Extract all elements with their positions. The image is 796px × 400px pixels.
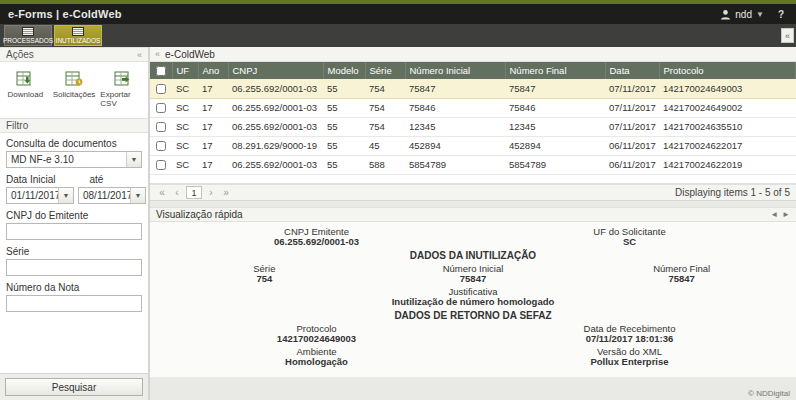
cell-cnpj: 08.291.629/9000-19	[228, 136, 323, 155]
cell-numero-inicial: 12345	[405, 117, 505, 136]
cell-protocolo: 142170024635510	[659, 117, 796, 136]
cell-numero-inicial: 5854789	[405, 155, 505, 174]
cell-protocolo: 142170024622017	[659, 136, 796, 155]
col-header-serie[interactable]: Série	[365, 62, 405, 79]
cell-data: 06/11/2017	[605, 155, 659, 174]
qv-versao-value: Pollux Enterprise	[473, 357, 786, 368]
pesquisar-button[interactable]: Pesquisar	[5, 378, 143, 396]
cell-numero-inicial: 75847	[405, 79, 505, 98]
consulta-documentos-value: MD NF-e 3.10	[7, 154, 126, 165]
table-row[interactable]: SC 17 06.255.692/0001-03 55 754 75846 75…	[150, 98, 796, 117]
row-checkbox[interactable]	[156, 84, 166, 94]
col-header-data[interactable]: Data	[605, 62, 659, 79]
serie-input[interactable]	[6, 259, 142, 276]
qv-serie-value: 754	[160, 274, 369, 285]
sidebar-footer: Pesquisar	[0, 373, 148, 400]
numero-nota-label: Número da Nota	[6, 282, 142, 293]
pagination-bar: « ‹ 1 › » Displaying items 1 - 5 of 5	[150, 184, 796, 201]
cell-data: 07/11/2017	[605, 98, 659, 117]
row-checkbox[interactable]	[156, 160, 166, 170]
table-row[interactable]: SC 17 06.255.692/0001-03 55 754 12345 12…	[150, 117, 796, 136]
cell-modelo: 55	[323, 117, 365, 136]
data-final-picker[interactable]: 08/11/2017 ▼	[78, 187, 146, 204]
select-all-checkbox[interactable]	[156, 66, 166, 76]
cell-modelo: 55	[323, 136, 365, 155]
chevron-down-icon: ▼	[58, 188, 73, 203]
user-icon	[720, 9, 731, 20]
cell-cnpj: 06.255.692/0001-03	[228, 155, 323, 174]
cell-uf: SC	[172, 98, 198, 117]
qv-protocolo-value: 142170024649003	[160, 334, 473, 345]
next-page-button[interactable]: ›	[205, 187, 217, 198]
download-button[interactable]: Download	[2, 67, 49, 112]
help-button[interactable]: ?	[774, 9, 788, 20]
first-page-button[interactable]: «	[156, 187, 168, 198]
chevron-down-icon: ▼	[756, 10, 764, 19]
actions-title: Ações	[6, 49, 34, 60]
col-header-cnpj[interactable]: CNPJ	[228, 62, 323, 79]
tab-processados[interactable]: PROCESSADOS	[4, 25, 52, 46]
cell-data: 06/11/2017	[605, 136, 659, 155]
cell-protocolo: 142170024622019	[659, 155, 796, 174]
sidebar: Ações « Download Solic	[0, 47, 150, 400]
cell-protocolo: 142170024649002	[659, 98, 796, 117]
collapse-header-button[interactable]: «	[781, 28, 794, 43]
export-csv-label: Exportar CSV	[100, 90, 145, 108]
last-page-button[interactable]: »	[220, 187, 232, 198]
documents-icon	[72, 27, 84, 36]
qv-cnpj-value: 06.255.692/0001-03	[160, 237, 473, 248]
cell-data: 07/11/2017	[605, 117, 659, 136]
qv-inutilizacao-header: DADOS DA INUTILIZAÇÃO	[160, 250, 786, 262]
qv-numero-inicial-value: 75847	[369, 274, 578, 285]
row-checkbox[interactable]	[156, 103, 166, 113]
table-row[interactable]: SC 17 08.291.629/9000-19 55 45 452894 45…	[150, 136, 796, 155]
consulta-documentos-select[interactable]: MD NF-e 3.10 ▼	[6, 151, 142, 168]
col-header-ano[interactable]: Ano	[198, 62, 228, 79]
col-header-numero-inicial[interactable]: Número Inicial	[405, 62, 505, 79]
cell-ano: 17	[198, 98, 228, 117]
tab-inutilizados[interactable]: INUTILIZADOS	[54, 25, 102, 46]
cell-uf: SC	[172, 117, 198, 136]
collapse-sidebar-icon[interactable]: «	[137, 50, 142, 60]
cell-ano: 17	[198, 155, 228, 174]
previous-record-icon[interactable]: ◄	[770, 210, 778, 219]
cell-serie: 754	[365, 79, 405, 98]
next-record-icon[interactable]: ►	[782, 210, 790, 219]
filter-section-header: Filtro	[0, 118, 148, 133]
cell-uf: SC	[172, 155, 198, 174]
cell-numero-final: 12345	[505, 117, 605, 136]
cell-numero-final: 5854789	[505, 155, 605, 174]
cell-numero-final: 452894	[505, 136, 605, 155]
chevron-down-icon: ▼	[126, 152, 141, 167]
documents-icon	[22, 27, 34, 36]
row-checkbox[interactable]	[156, 122, 166, 132]
export-csv-button[interactable]: Exportar CSV	[99, 67, 146, 112]
numero-nota-input[interactable]	[6, 295, 142, 312]
cnpj-emitente-input[interactable]	[6, 223, 142, 240]
collapse-panel-icon[interactable]: «	[155, 49, 160, 59]
col-header-uf[interactable]: UF	[172, 62, 198, 79]
col-header-modelo[interactable]: Modelo	[323, 62, 365, 79]
filter-form: Consulta de documentos MD NF-e 3.10 ▼ Da…	[0, 133, 148, 373]
cell-ano: 17	[198, 117, 228, 136]
col-header-numero-final[interactable]: Número Final	[505, 62, 605, 79]
cnpj-emitente-label: CNPJ do Emitente	[6, 210, 142, 221]
cell-cnpj: 06.255.692/0001-03	[228, 98, 323, 117]
cell-data: 07/11/2017	[605, 79, 659, 98]
qv-numero-final-value: 75847	[577, 274, 786, 285]
tab-processados-label: PROCESSADOS	[3, 37, 53, 44]
row-checkbox[interactable]	[156, 141, 166, 151]
data-inicial-picker[interactable]: 01/11/2017 ▼	[6, 187, 74, 204]
ate-label: até	[89, 174, 103, 185]
prev-page-button[interactable]: ‹	[171, 187, 183, 198]
main-panel: « e-ColdWeb UF Ano CNPJ Modelo Série	[150, 47, 796, 400]
cell-modelo: 55	[323, 98, 365, 117]
cell-modelo: 55	[323, 155, 365, 174]
table-row[interactable]: SC 17 06.255.692/0001-03 55 754 75847 75…	[150, 79, 796, 98]
quickview-panel: CNPJ Emitente 06.255.692/0001-03 UF do S…	[150, 222, 796, 377]
spreadsheet-download-icon	[16, 71, 34, 87]
user-menu[interactable]: ndd ▼	[720, 9, 764, 20]
table-row[interactable]: SC 17 06.255.692/0001-03 55 588 5854789 …	[150, 155, 796, 174]
solicitacoes-button[interactable]: Solicitações	[51, 67, 98, 112]
col-header-protocolo[interactable]: Protocolo	[659, 62, 796, 79]
